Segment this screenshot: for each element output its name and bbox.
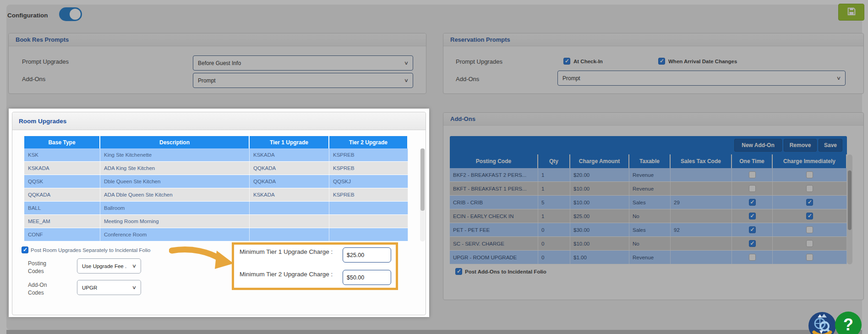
save-row-button[interactable]: Save (819, 139, 842, 152)
table-cell (732, 209, 773, 223)
posting-codes-select[interactable]: Use Upgrade Fee . ∨ (77, 258, 141, 274)
table-row[interactable]: KSKKing Ste KitchenetteKSKADAKSPREB (24, 148, 408, 162)
scrollbar[interactable] (420, 148, 425, 241)
book-res-prompts-title: Book Res Prompts (16, 36, 69, 43)
one-time-checkbox[interactable] (749, 226, 756, 233)
save-icon (846, 6, 857, 18)
charge-immediately-checkbox[interactable] (806, 185, 813, 192)
charge-immediately-checkbox[interactable] (806, 199, 813, 206)
table-row[interactable]: BKFT - BREAKFAST 1 PERS...1$10.00Revenue (450, 182, 847, 196)
table-cell: 1 (538, 209, 570, 223)
table-cell: KSKADA (250, 148, 329, 161)
chevron-down-icon: ∨ (132, 263, 136, 269)
add-on-codes-select[interactable]: UPGR ∨ (77, 280, 141, 295)
add-ons-value: Prompt (198, 77, 216, 84)
table-cell: $1.00 (570, 251, 629, 264)
room-upgrades-title: Room Upgrades (19, 118, 66, 125)
charge-immediately-checkbox[interactable] (806, 240, 813, 247)
table-cell: Revenue (629, 182, 671, 195)
prompt-upgrades-label: Prompt Upgrades (22, 58, 69, 65)
column-header[interactable]: One Time (732, 154, 773, 168)
add-ons-select[interactable]: Prompt ∨ (557, 71, 846, 86)
chevron-down-icon: ∨ (404, 60, 409, 66)
column-header[interactable]: Charge Immediately (773, 154, 847, 168)
remove-button[interactable]: Remove (784, 139, 817, 152)
table-cell: No (629, 237, 671, 250)
posting-codes-value: Use Upgrade Fee . (82, 263, 126, 269)
min-tier2-charge-input[interactable] (343, 270, 391, 285)
at-check-in-checkbox[interactable] (563, 58, 570, 65)
column-header[interactable]: Qty (538, 154, 570, 168)
table-cell (732, 196, 773, 209)
table-row[interactable]: SC - SERV. CHARGE0$10.00No (450, 237, 847, 251)
table-cell: 1 (538, 182, 570, 195)
one-time-checkbox[interactable] (749, 240, 756, 247)
chevron-down-icon: ∨ (836, 75, 841, 81)
room-upgrades-header: Room Upgrades (12, 112, 426, 130)
add-ons-panel-header: Add-Ons (443, 113, 863, 126)
table-row[interactable]: CRIB - CRIB5$10.00Sales29 (450, 196, 847, 209)
table-row[interactable]: QQKADAADA Dble Queen Ste KitchenKSKADAKS… (24, 188, 408, 202)
one-time-checkbox[interactable] (749, 199, 756, 206)
table-cell (773, 182, 847, 195)
prompt-upgrades-select[interactable]: Before Guest Info ∨ (193, 55, 413, 71)
configuration-toggle[interactable] (59, 7, 82, 21)
table-cell: ADA Dble Queen Ste Kitchen (100, 188, 250, 201)
table-cell: Revenue (629, 168, 671, 181)
add-ons-label: Add-Ons (22, 76, 45, 82)
book-res-prompts-panel: Book Res Prompts Prompt Upgrades Before … (8, 33, 426, 94)
table-cell (671, 251, 732, 264)
table-row[interactable]: UPGR - ROOM UPGRADE0$1.00Revenue (450, 251, 847, 264)
minimum-charge-callout: Minimum Tier 1 Upgrade Charge : Minimum … (232, 242, 398, 290)
table-cell: KSPREB (329, 162, 408, 175)
one-time-checkbox[interactable] (749, 171, 756, 178)
table-cell (773, 237, 847, 250)
table-row[interactable]: CONFConference Room (24, 228, 408, 241)
charge-immediately-checkbox[interactable] (806, 254, 813, 261)
at-check-in-label: At Check-In (573, 59, 603, 64)
table-row[interactable]: KSKADAADA King Ste KitchenQQKADAKSPREB (24, 162, 408, 175)
reservation-prompts-header: Reservation Prompts (443, 33, 863, 46)
when-arrival-date-changes-checkbox[interactable] (658, 58, 665, 65)
post-add-ons-folio-label: Post Add-Ons to Incidental Folio (465, 269, 546, 274)
callout-arrow-icon (169, 243, 235, 272)
table-cell: UPGR - ROOM UPGRADE (450, 251, 538, 264)
one-time-checkbox[interactable] (749, 213, 756, 219)
table-row[interactable]: QQSKDble Queen Ste KitchenQQKADAQQSKJ (24, 175, 408, 188)
scrollbar-thumb[interactable] (420, 148, 425, 211)
column-header[interactable]: Tier 2 Upgrade (329, 136, 408, 148)
table-cell (250, 228, 329, 241)
spotlight-highlight: Room Upgrades Base TypeDescriptionTier 1… (9, 109, 429, 317)
charge-immediately-checkbox[interactable] (806, 213, 813, 219)
help-icon[interactable]: ? (835, 312, 862, 334)
post-add-ons-folio-checkbox[interactable] (455, 268, 462, 275)
scrollbar-thumb[interactable] (848, 170, 852, 230)
column-header[interactable]: Posting Code (450, 154, 538, 168)
column-header[interactable]: Taxable (629, 154, 671, 168)
table-row[interactable]: BKF2 - BREAKFAST 2 PERS...1$20.00Revenue (450, 168, 847, 182)
book-res-prompts-header: Book Res Prompts (9, 33, 426, 46)
scrollbar[interactable] (847, 154, 852, 264)
table-row[interactable]: PET - PET FEE0$30.00Sales92 (450, 223, 847, 237)
column-header[interactable]: Tier 1 Upgrade (250, 136, 329, 148)
table-cell: 0 (538, 237, 570, 250)
min-tier1-charge-input[interactable] (343, 247, 391, 263)
add-ons-select[interactable]: Prompt ∨ (193, 73, 413, 88)
one-time-checkbox[interactable] (749, 254, 756, 261)
column-header[interactable]: Base Type (24, 136, 100, 148)
post-room-upgrades-checkbox[interactable] (22, 246, 28, 253)
charge-immediately-checkbox[interactable] (806, 226, 813, 233)
column-header[interactable]: Charge Amount (570, 154, 629, 168)
table-cell: QQKADA (24, 188, 100, 201)
one-time-checkbox[interactable] (749, 185, 756, 192)
charge-immediately-checkbox[interactable] (806, 171, 813, 178)
table-cell (732, 251, 773, 264)
column-header[interactable]: Sales Tax Code (671, 154, 732, 168)
table-row[interactable]: ECIN - EARLY CHECK IN1$25.00No (450, 209, 847, 223)
support-icon[interactable] (808, 312, 836, 334)
new-add-on-button[interactable]: New Add-On (734, 139, 782, 152)
table-row[interactable]: MEE_AMMeeting Room Morning (24, 215, 408, 228)
column-header[interactable]: Description (100, 136, 250, 148)
save-button[interactable] (838, 4, 864, 21)
table-row[interactable]: BALLBallroom (24, 202, 408, 215)
